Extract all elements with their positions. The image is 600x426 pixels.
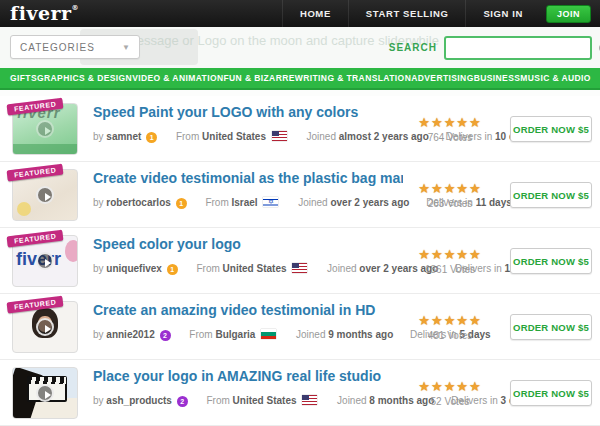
categories-dropdown[interactable]: CATEGORIES ▼	[10, 35, 140, 59]
search-box	[444, 36, 592, 60]
fiverr-marketplace-page: fiverr® HOME START SELLING SIGN IN JOIN …	[0, 0, 600, 426]
gig-meta: by uniquefivex 1 From United States Join…	[93, 263, 403, 275]
gig-title-link[interactable]: Place your logo in AMAZING real life stu…	[93, 368, 403, 384]
seller-level-badge: 1	[146, 132, 157, 143]
seller-link[interactable]: robertocarlos	[106, 197, 170, 208]
nav-item-home[interactable]: HOME	[282, 0, 348, 27]
seller-link[interactable]: annie2012	[106, 329, 154, 340]
gig-thumbnail[interactable]: FEATURED fiverr	[12, 235, 78, 287]
gig-actions: ★★★★★ 764 Votes ORDER NOW $5	[403, 96, 592, 162]
seller-link[interactable]: samnet	[106, 131, 141, 142]
thumbnail-image	[12, 367, 78, 419]
joined-label: Joined	[307, 131, 336, 142]
gig-row: FEATURED fiverr Speed Paint your LOGO wi…	[0, 96, 600, 162]
bulgaria-flag-icon	[261, 329, 276, 339]
star-rating-icons: ★★★★★	[403, 116, 497, 129]
gig-actions: ★★★★★ 263 Votes ORDER NOW $5	[403, 162, 592, 228]
cat-gifts[interactable]: GIFTS	[10, 73, 37, 83]
order-now-button[interactable]: ORDER NOW $5	[510, 380, 592, 406]
from-label: From	[176, 131, 199, 142]
top-bar: fiverr® HOME START SELLING SIGN IN JOIN	[0, 0, 600, 27]
gig-actions: ★★★★★ 481 Votes ORDER NOW $5	[403, 294, 592, 360]
join-button[interactable]: JOIN	[546, 5, 591, 23]
joined-label: Joined	[298, 197, 327, 208]
gig-title-link[interactable]: Create video testimonial as the plastic …	[93, 170, 403, 186]
cat-video-animation[interactable]: VIDEO & ANIMATION	[132, 73, 223, 83]
gig-title-link[interactable]: Speed Paint your LOGO with any colors	[93, 104, 403, 120]
sub-header: r message or Logo on the moon and captur…	[0, 27, 600, 68]
gig-thumbnail[interactable]	[12, 367, 78, 419]
rating-block: ★★★★★ 481 Votes	[403, 314, 497, 341]
chevron-down-icon: ▼	[122, 43, 130, 52]
nav-item-sign-in[interactable]: SIGN IN	[465, 0, 540, 27]
from-label: From	[205, 197, 228, 208]
joined-value: over 2 years ago	[330, 197, 409, 208]
country-name: Israel	[232, 197, 258, 208]
gig-row: FEATURED Create an amazing video testimo…	[0, 294, 600, 360]
seller-level-badge: 1	[176, 198, 187, 209]
gig-row: FEATURED Create video testimonial as the…	[0, 162, 600, 228]
play-icon	[36, 252, 54, 270]
by-label: by	[93, 329, 104, 340]
star-rating-icons: ★★★★★	[403, 380, 497, 393]
by-label: by	[93, 197, 104, 208]
gig-title-link[interactable]: Create an amazing video testimonial in H…	[93, 302, 403, 318]
cat-writing-translation[interactable]: WRITING & TRANSLATION	[295, 73, 411, 83]
search-input[interactable]	[446, 38, 599, 58]
seller-level-badge: 1	[167, 264, 178, 275]
cat-music-audio[interactable]: MUSIC & AUDIO	[520, 73, 591, 83]
gig-title-link[interactable]: Speed color your logo	[93, 236, 403, 252]
seller-link[interactable]: uniquefivex	[106, 263, 162, 274]
joined-label: Joined	[296, 329, 325, 340]
top-nav: HOME START SELLING SIGN IN	[282, 0, 540, 27]
from-label: From	[206, 395, 229, 406]
cat-graphics-design[interactable]: GRAPHICS & DESIGN	[37, 73, 132, 83]
seller-level-badge: 2	[160, 330, 171, 341]
rating-block: ★★★★★ 52 Votes	[403, 380, 497, 407]
cat-business[interactable]: BUSINESS	[474, 73, 521, 83]
registered-mark: ®	[72, 3, 80, 12]
fiverr-logo[interactable]: fiverr®	[10, 4, 79, 23]
gig-info: Place your logo in AMAZING real life stu…	[93, 360, 403, 407]
joined-label: Joined	[337, 395, 366, 406]
by-label: by	[93, 131, 104, 142]
gig-thumbnail[interactable]: FEATURED	[12, 301, 78, 353]
play-icon	[36, 318, 54, 336]
order-now-button[interactable]: ORDER NOW $5	[510, 182, 592, 208]
country-name: Bulgaria	[215, 329, 255, 340]
gig-info: Create an amazing video testimonial in H…	[93, 294, 403, 341]
gig-row: Place your logo in AMAZING real life stu…	[0, 360, 600, 426]
gig-thumbnail[interactable]: FEATURED	[12, 169, 78, 221]
gig-info: Create video testimonial as the plastic …	[93, 162, 403, 209]
by-label: by	[93, 395, 104, 406]
nav-item-start-selling[interactable]: START SELLING	[348, 0, 466, 27]
from-label: From	[189, 329, 212, 340]
votes-count: 481 Votes	[403, 330, 497, 341]
votes-count: 52 Votes	[403, 396, 497, 407]
seller-level-badge: 2	[177, 396, 188, 407]
gig-meta: by annie2012 2 From Bulgaria Joined 9 mo…	[93, 329, 403, 341]
gig-thumbnail[interactable]: FEATURED fiverr	[12, 103, 78, 155]
gig-row: FEATURED fiverr Speed color your logo by…	[0, 228, 600, 294]
play-icon	[36, 120, 54, 138]
category-nav: GIFTS GRAPHICS & DESIGN VIDEO & ANIMATIO…	[0, 68, 600, 90]
gig-info: Speed color your logo by uniquefivex 1 F…	[93, 228, 403, 275]
order-now-button[interactable]: ORDER NOW $5	[510, 116, 592, 142]
gig-meta: by robertocarlos 1 From Israel Joined ov…	[93, 197, 403, 209]
country-name: United States	[233, 395, 297, 406]
seller-link[interactable]: ash_products	[106, 395, 172, 406]
cat-advertising[interactable]: ADVERTISING	[411, 73, 474, 83]
rating-block: ★★★★★ 1861 Votes	[403, 248, 497, 275]
rating-block: ★★★★★ 263 Votes	[403, 182, 497, 209]
by-label: by	[93, 263, 104, 274]
search-label: SEARCH	[389, 42, 437, 53]
votes-count: 1861 Votes	[403, 264, 497, 275]
us-flag-icon	[302, 395, 317, 405]
us-flag-icon	[272, 131, 287, 141]
israel-flag-icon	[263, 197, 278, 207]
categories-label: CATEGORIES	[20, 42, 95, 53]
cat-fun-bizarre[interactable]: FUN & BIZARRE	[223, 73, 294, 83]
order-now-button[interactable]: ORDER NOW $5	[510, 314, 592, 340]
gig-meta: by ash_products 2 From United States Joi…	[93, 395, 403, 407]
order-now-button[interactable]: ORDER NOW $5	[510, 248, 592, 274]
